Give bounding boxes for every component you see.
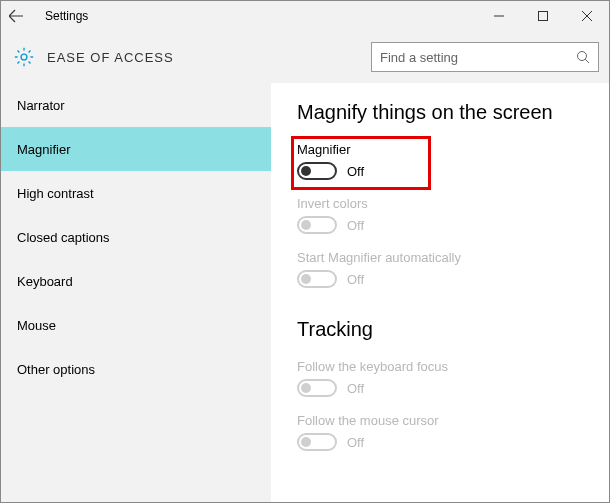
- setting-invert-colors: Invert colors Off: [297, 196, 583, 234]
- maximize-button[interactable]: [521, 1, 565, 31]
- invert-colors-toggle: [297, 216, 337, 234]
- setting-label: Start Magnifier automatically: [297, 250, 583, 265]
- sidebar-item-keyboard[interactable]: Keyboard: [1, 259, 271, 303]
- section-heading-tracking: Tracking: [297, 318, 583, 341]
- toggle-knob: [301, 220, 311, 230]
- sidebar-item-label: Closed captions: [17, 230, 110, 245]
- setting-label: Follow the mouse cursor: [297, 413, 583, 428]
- toggle-row: Off: [297, 270, 583, 288]
- sidebar-item-narrator[interactable]: Narrator: [1, 83, 271, 127]
- setting-follow-mouse: Follow the mouse cursor Off: [297, 413, 583, 451]
- toggle-knob: [301, 437, 311, 447]
- setting-follow-keyboard: Follow the keyboard focus Off: [297, 359, 583, 397]
- window-title: Settings: [45, 9, 88, 23]
- sidebar-item-high-contrast[interactable]: High contrast: [1, 171, 271, 215]
- svg-point-5: [578, 52, 587, 61]
- toggle-row: Off: [297, 433, 583, 451]
- window-controls: [477, 1, 609, 31]
- sidebar-item-mouse[interactable]: Mouse: [1, 303, 271, 347]
- search-box[interactable]: [371, 42, 599, 72]
- minimize-button[interactable]: [477, 1, 521, 31]
- sidebar-item-magnifier[interactable]: Magnifier: [1, 127, 271, 171]
- sidebar-item-label: Other options: [17, 362, 95, 377]
- toggle-row: Off: [297, 379, 583, 397]
- toggle-row: Off: [297, 162, 364, 180]
- svg-rect-1: [539, 12, 548, 21]
- setting-label: Magnifier: [297, 142, 364, 157]
- sidebar-item-label: High contrast: [17, 186, 94, 201]
- toggle-knob: [301, 166, 311, 176]
- toggle-state: Off: [347, 218, 364, 233]
- content: Narrator Magnifier High contrast Closed …: [1, 83, 609, 502]
- close-button[interactable]: [565, 1, 609, 31]
- magnifier-toggle[interactable]: [297, 162, 337, 180]
- svg-point-4: [21, 54, 27, 60]
- gear-icon: [13, 46, 35, 68]
- toggle-row: Off: [297, 216, 583, 234]
- setting-magnifier: Magnifier Off: [297, 142, 364, 180]
- start-auto-toggle: [297, 270, 337, 288]
- sidebar-item-closed-captions[interactable]: Closed captions: [1, 215, 271, 259]
- svg-line-6: [585, 59, 589, 63]
- toggle-state: Off: [347, 272, 364, 287]
- sidebar-item-label: Magnifier: [17, 142, 70, 157]
- search-icon: [568, 50, 598, 64]
- sidebar-item-label: Mouse: [17, 318, 56, 333]
- sidebar-item-other-options[interactable]: Other options: [1, 347, 271, 391]
- section-heading-magnify: Magnify things on the screen: [297, 101, 583, 124]
- page-title: EASE OF ACCESS: [47, 50, 174, 65]
- header: EASE OF ACCESS: [1, 31, 609, 83]
- titlebar: Settings: [1, 1, 609, 31]
- follow-mouse-toggle: [297, 433, 337, 451]
- setting-label: Invert colors: [297, 196, 583, 211]
- search-input[interactable]: [372, 43, 568, 71]
- setting-label: Follow the keyboard focus: [297, 359, 583, 374]
- back-button[interactable]: [1, 1, 31, 31]
- setting-start-auto: Start Magnifier automatically Off: [297, 250, 583, 288]
- sidebar-item-label: Keyboard: [17, 274, 73, 289]
- main-panel: Magnify things on the screen Magnifier O…: [271, 83, 609, 502]
- toggle-state: Off: [347, 164, 364, 179]
- sidebar-item-label: Narrator: [17, 98, 65, 113]
- toggle-state: Off: [347, 381, 364, 396]
- toggle-knob: [301, 383, 311, 393]
- follow-keyboard-toggle: [297, 379, 337, 397]
- toggle-knob: [301, 274, 311, 284]
- sidebar: Narrator Magnifier High contrast Closed …: [1, 83, 271, 502]
- toggle-state: Off: [347, 435, 364, 450]
